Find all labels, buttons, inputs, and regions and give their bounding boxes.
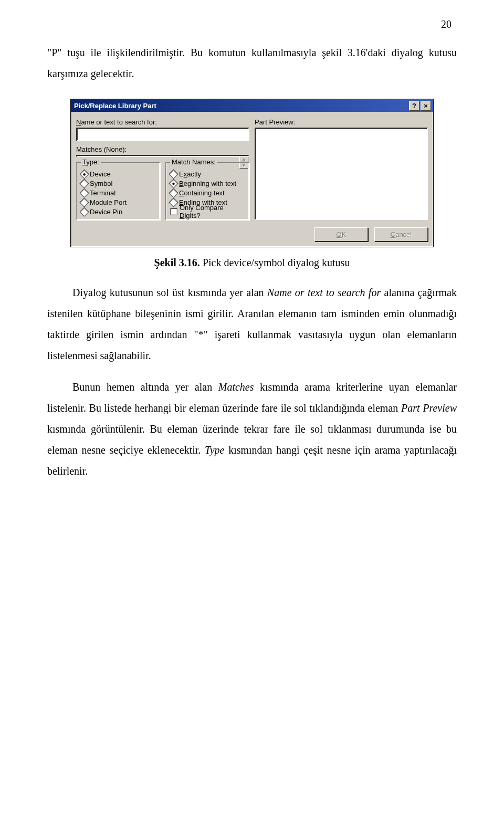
- option-label: Symbol: [90, 180, 112, 187]
- option-label: Beginning with text: [179, 180, 236, 187]
- text: Bunun hemen altında yer alan: [72, 381, 218, 393]
- matches-listbox[interactable]: ▲ ▼: [76, 155, 249, 157]
- text-italic: Matches: [218, 381, 254, 393]
- titlebar[interactable]: Pick/Replace Library Part ? ×: [71, 99, 433, 112]
- matchnames-groupbox: Match Names: ExactlyBeginning with textC…: [165, 162, 249, 220]
- scroll-up-icon[interactable]: ▲: [239, 156, 248, 162]
- radio-icon[interactable]: [79, 169, 89, 179]
- match-option[interactable]: Beginning with text: [169, 179, 246, 188]
- dialog-body: Name or text to search for: Matches (Non…: [71, 112, 433, 225]
- type-option[interactable]: Terminal: [80, 188, 156, 197]
- search-input[interactable]: [76, 128, 249, 141]
- preview-label: Part Preview:: [255, 118, 428, 126]
- button-bar: OK Cancel: [71, 225, 433, 247]
- pick-replace-dialog: Pick/Replace Library Part ? × Name or te…: [70, 99, 434, 247]
- radio-icon[interactable]: [169, 197, 178, 207]
- text-italic: Type: [205, 444, 224, 456]
- paragraph-1: "P" tuşu ile ilişkilendirilmiştir. Bu ko…: [47, 42, 457, 84]
- label-text: K: [342, 231, 346, 238]
- check-option[interactable]: Only Compare Digits?: [169, 207, 246, 216]
- mnemonic: O: [337, 231, 342, 238]
- radio-icon[interactable]: [169, 169, 178, 179]
- type-option[interactable]: Device: [80, 169, 156, 179]
- radio-icon[interactable]: [79, 179, 89, 188]
- radio-icon[interactable]: [79, 188, 89, 197]
- radio-icon[interactable]: [169, 188, 178, 197]
- option-label: Device: [90, 170, 111, 178]
- cancel-button[interactable]: Cancel: [374, 227, 428, 242]
- right-column: Part Preview:: [255, 116, 428, 220]
- label-text: ype:: [86, 158, 99, 166]
- type-option[interactable]: Device Pin: [80, 207, 156, 216]
- label-text: ancel: [395, 231, 412, 238]
- dialog-title: Pick/Replace Library Part: [74, 102, 408, 110]
- left-column: Name or text to search for: Matches (Non…: [76, 116, 249, 220]
- matches-label: Matches (None):: [76, 145, 249, 153]
- help-button[interactable]: ?: [409, 101, 419, 111]
- option-label: Module Port: [90, 198, 127, 206]
- option-label: Terminal: [90, 189, 116, 197]
- paragraph-2: Diyalog kutusunun sol üst kısmında yer a…: [47, 282, 457, 366]
- type-option[interactable]: Module Port: [80, 197, 156, 207]
- mnemonic: N: [76, 118, 81, 126]
- option-label: Containing text: [179, 189, 225, 197]
- paragraph-3: Bunun hemen altında yer alan Matches kıs…: [47, 376, 457, 481]
- radio-icon[interactable]: [79, 197, 89, 207]
- type-option[interactable]: Symbol: [80, 179, 156, 188]
- type-legend: Type:: [81, 158, 101, 166]
- radio-icon[interactable]: [169, 179, 178, 188]
- mnemonic: C: [391, 231, 395, 238]
- caption-bold: Şekil 3.16.: [154, 257, 200, 268]
- close-button[interactable]: ×: [421, 101, 431, 111]
- part-preview: [255, 128, 428, 220]
- text: Diyalog kutusunun sol üst kısmında yer a…: [72, 287, 267, 298]
- option-label: Device Pin: [90, 208, 122, 216]
- label-text: ame or text to search for:: [81, 118, 157, 126]
- text-italic: Part Preview: [401, 402, 457, 414]
- radio-icon[interactable]: [79, 207, 89, 216]
- page: 20 "P" tuşu ile ilişkilendirilmiştir. Bu…: [0, 0, 504, 523]
- match-option[interactable]: Exactly: [169, 169, 246, 179]
- text-italic: Name or text to search for: [267, 287, 381, 298]
- option-groups: Type: DeviceSymbolTerminalModule PortDev…: [76, 157, 249, 220]
- page-number: 20: [441, 18, 452, 30]
- match-option[interactable]: Containing text: [169, 188, 246, 197]
- match-legend: Match Names:: [170, 158, 217, 166]
- figure-caption: Şekil 3.16. Pick device/symbol diyalog k…: [47, 257, 457, 269]
- checkbox-icon[interactable]: [170, 208, 177, 215]
- caption-rest: Pick device/symbol diyalog kutusu: [200, 257, 350, 268]
- name-label: Name or text to search for:: [76, 118, 249, 126]
- type-groupbox: Type: DeviceSymbolTerminalModule PortDev…: [76, 162, 160, 220]
- option-label: Only Compare Digits?: [180, 204, 246, 219]
- option-label: Exactly: [179, 170, 201, 178]
- ok-button[interactable]: OK: [314, 227, 368, 242]
